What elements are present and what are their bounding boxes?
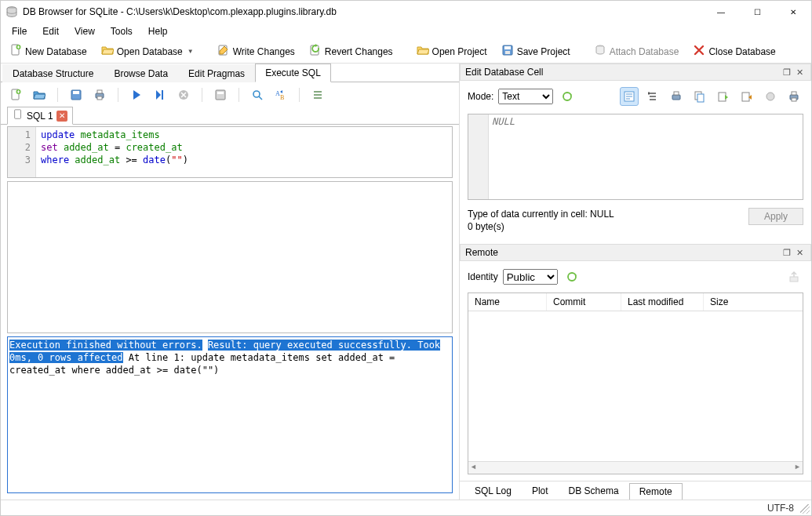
mode-label: Mode: xyxy=(468,91,493,102)
undock-remote-button[interactable]: ❐ xyxy=(781,246,793,259)
remote-upload-button[interactable] xyxy=(785,267,803,286)
output-console[interactable]: Execution finished without errors. Resul… xyxy=(7,336,453,493)
identity-select[interactable]: Public xyxy=(503,269,558,285)
bottom-tab-db-schema[interactable]: DB Schema xyxy=(559,482,629,500)
close-database-button[interactable]: Close Database xyxy=(687,41,781,62)
remote-col-commit[interactable]: Commit xyxy=(547,293,621,311)
open-project-label: Open Project xyxy=(432,46,487,57)
new-database-button[interactable]: New Database xyxy=(4,41,93,62)
copy-cell-button[interactable] xyxy=(690,87,709,106)
print-sql-button[interactable] xyxy=(91,86,108,104)
remote-table[interactable]: Name Commit Last modified Size xyxy=(468,293,803,474)
menu-view[interactable]: View xyxy=(67,24,103,38)
remote-col-name[interactable]: Name xyxy=(468,293,547,311)
remote-table-body[interactable] xyxy=(468,311,803,461)
cell-print-button[interactable] xyxy=(785,87,803,106)
find-button[interactable] xyxy=(249,86,266,104)
undock-panel-button[interactable]: ❐ xyxy=(781,66,793,78)
output-line-4: update metadata_items xyxy=(191,352,310,363)
svg-rect-28 xyxy=(674,92,679,95)
identity-refresh-button[interactable] xyxy=(563,267,581,286)
cell-editor-body[interactable]: NULL xyxy=(489,114,803,199)
save-icon xyxy=(501,44,514,59)
bottom-tab-sql-log[interactable]: SQL Log xyxy=(464,482,522,500)
cell-editor-gutter xyxy=(468,114,489,199)
menu-file[interactable]: File xyxy=(4,24,35,38)
view-text-button[interactable] xyxy=(620,87,639,106)
stop-sql-button[interactable] xyxy=(175,86,192,104)
window-minimize-button[interactable]: — xyxy=(703,1,739,23)
cell-info-line2: 0 byte(s) xyxy=(468,220,748,233)
sql-file-tab[interactable]: SQL 1 ✕ xyxy=(7,107,73,125)
import-cell-button[interactable] xyxy=(737,87,756,106)
save-results-button[interactable] xyxy=(212,86,229,104)
sql-editor[interactable]: 123 update metadata_items set added_at =… xyxy=(7,126,453,178)
null-cell-button[interactable] xyxy=(761,87,780,106)
editor-code[interactable]: update metadata_items set added_at = cre… xyxy=(36,127,452,177)
find-replace-button[interactable]: AB xyxy=(272,86,289,104)
attach-database-button[interactable]: Attach Database xyxy=(588,41,685,62)
close-remote-button[interactable]: ✕ xyxy=(793,246,806,259)
close-sql-tab-button[interactable]: ✕ xyxy=(56,111,67,122)
tab-execute-sql[interactable]: Execute SQL xyxy=(255,64,331,82)
close-database-label: Close Database xyxy=(708,46,775,57)
editor-gutter: 123 xyxy=(8,127,36,177)
svg-rect-12 xyxy=(73,91,79,94)
identity-label: Identity xyxy=(468,271,498,282)
revert-changes-label: Revert Changes xyxy=(325,46,393,57)
apply-button[interactable]: Apply xyxy=(748,208,803,225)
svg-rect-23 xyxy=(15,110,21,118)
tab-database-structure[interactable]: Database Structure xyxy=(2,64,104,82)
svg-text:B: B xyxy=(280,94,284,101)
bottom-tab-remote[interactable]: Remote xyxy=(629,483,683,500)
menu-help[interactable]: Help xyxy=(140,24,176,38)
revert-changes-button[interactable]: Revert Changes xyxy=(304,41,399,62)
remote-col-size[interactable]: Size xyxy=(704,293,803,311)
remote-col-last-modified[interactable]: Last modified xyxy=(621,293,704,311)
tab-browse-data[interactable]: Browse Data xyxy=(104,64,178,82)
window-close-button[interactable]: ✕ xyxy=(775,1,811,23)
run-line-button[interactable] xyxy=(151,86,169,104)
svg-rect-6 xyxy=(504,46,511,49)
svg-rect-38 xyxy=(790,277,798,282)
cell-text-editor[interactable]: NULL xyxy=(468,114,803,200)
export-cell-button[interactable] xyxy=(714,87,733,106)
indent-button[interactable] xyxy=(309,86,326,104)
main-tab-bar: Database Structure Browse Data Edit Prag… xyxy=(1,64,459,82)
close-panel-button[interactable]: ✕ xyxy=(793,66,806,78)
mode-refresh-button[interactable] xyxy=(558,87,577,106)
remote-table-header: Name Commit Last modified Size xyxy=(468,293,803,311)
menu-tools[interactable]: Tools xyxy=(103,24,140,38)
print-cell-button[interactable] xyxy=(667,87,686,106)
mode-select[interactable]: Text xyxy=(498,89,553,104)
bottom-tab-plot[interactable]: Plot xyxy=(522,482,559,500)
pencil-icon xyxy=(217,44,230,59)
window-maximize-button[interactable]: ☐ xyxy=(739,1,775,23)
resize-grip-icon[interactable] xyxy=(800,504,810,514)
chevron-down-icon[interactable]: ▼ xyxy=(188,48,194,55)
attach-icon xyxy=(594,44,606,59)
write-changes-label: Write Changes xyxy=(233,46,295,57)
right-bottom-tabs: SQL Log Plot DB Schema Remote xyxy=(460,481,811,500)
save-sql-button[interactable] xyxy=(67,86,85,104)
view-rtl-button[interactable] xyxy=(643,87,662,106)
run-sql-button[interactable] xyxy=(128,86,145,104)
remote-table-hscroll[interactable] xyxy=(468,461,803,474)
open-folder-icon xyxy=(101,44,114,59)
left-pane: Database Structure Browse Data Edit Prag… xyxy=(1,64,460,500)
remote-panel: Identity Public Name Commit Last modifie… xyxy=(460,261,811,481)
new-sql-tab-button[interactable] xyxy=(7,86,24,104)
open-database-button[interactable]: Open Database ▼ xyxy=(96,41,199,62)
svg-rect-27 xyxy=(672,95,680,100)
menu-edit[interactable]: Edit xyxy=(35,24,67,38)
open-sql-file-button[interactable] xyxy=(31,86,48,104)
open-project-button[interactable]: Open Project xyxy=(411,41,493,62)
attach-database-label: Attach Database xyxy=(610,46,679,57)
result-grid[interactable] xyxy=(7,181,453,333)
save-project-button[interactable]: Save Project xyxy=(496,41,576,62)
write-changes-button[interactable]: Write Changes xyxy=(212,41,300,62)
remote-identity-bar: Identity Public xyxy=(468,267,803,286)
open-project-icon xyxy=(417,44,429,59)
svg-rect-15 xyxy=(97,96,102,100)
tab-edit-pragmas[interactable]: Edit Pragmas xyxy=(178,64,255,82)
